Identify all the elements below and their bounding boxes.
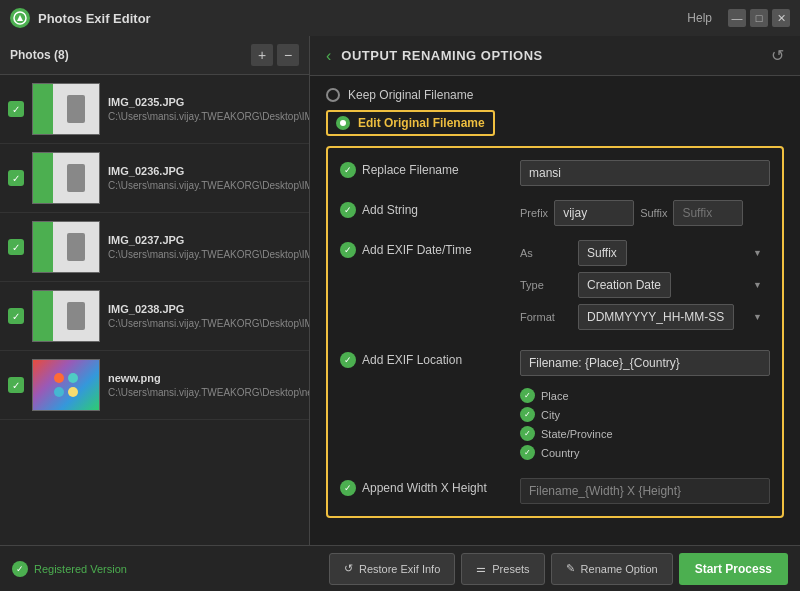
state-check: ✓: [520, 426, 535, 441]
append-wh-input: [520, 478, 770, 504]
rename-option-button[interactable]: ✎ Rename Option: [551, 553, 673, 585]
back-arrow-icon[interactable]: ‹: [326, 47, 331, 65]
as-select[interactable]: Suffix Prefix: [578, 240, 627, 266]
presets-icon: ⚌: [476, 562, 486, 575]
replace-filename-row: ✓ Replace Filename: [340, 160, 770, 186]
main-layout: Photos (8) + − ✓ IMG_0235.JPG C:\Users\m…: [0, 36, 800, 545]
help-button[interactable]: Help: [687, 11, 712, 25]
edit-original-box[interactable]: Edit Original Filename: [326, 110, 495, 136]
photo-thumbnail-color: [32, 359, 100, 411]
exif-location-input[interactable]: [520, 350, 770, 376]
keep-original-label: Keep Original Filename: [348, 88, 473, 102]
maximize-button[interactable]: □: [750, 9, 768, 27]
location-country: ✓ Country: [520, 445, 770, 460]
prefix-label: Prefix: [520, 207, 548, 219]
presets-button[interactable]: ⚌ Presets: [461, 553, 544, 585]
add-exif-datetime-label: Add EXIF Date/Time: [362, 243, 472, 257]
photo-path: C:\Users\mansi.vijay.TWEAKORG\Desktop\IM…: [108, 110, 309, 123]
add-exif-location-right: ✓ Place ✓ City ✓ State/Province: [520, 350, 770, 464]
list-item[interactable]: ✓ IMG_0236.JPG C:\Users\mansi.vijay.TWEA…: [0, 144, 309, 213]
list-item[interactable]: ✓ neww.png C:\Users\mansi.vijay.TWEAKORG…: [0, 351, 309, 420]
photo-name: IMG_0237.JPG: [108, 234, 309, 246]
keep-original-radio[interactable]: [326, 88, 340, 102]
presets-label: Presets: [492, 563, 529, 575]
add-exif-location-label: Add EXIF Location: [362, 353, 462, 367]
photo-thumbnail: [32, 83, 100, 135]
registered-check: ✓: [12, 561, 28, 577]
edit-original-radio[interactable]: [336, 116, 350, 130]
add-exif-datetime-check: ✓: [340, 242, 356, 258]
add-exif-datetime-row: ✓ Add EXIF Date/Time As Suffix Prefix: [340, 240, 770, 336]
minimize-button[interactable]: —: [728, 9, 746, 27]
photo-name: IMG_0238.JPG: [108, 303, 309, 315]
replace-filename-input[interactable]: [520, 160, 770, 186]
replace-filename-check: ✓: [340, 162, 356, 178]
photo-check: ✓: [8, 170, 24, 186]
format-row: Format DDMMYYYY_HH-MM-SS YYYYMMDD_HH-MM-…: [520, 304, 770, 330]
left-header-buttons: + −: [251, 44, 299, 66]
options-container: ✓ Replace Filename ✓ Add String: [326, 146, 784, 518]
photo-info: IMG_0237.JPG C:\Users\mansi.vijay.TWEAKO…: [108, 234, 309, 261]
list-item[interactable]: ✓ IMG_0237.JPG C:\Users\mansi.vijay.TWEA…: [0, 213, 309, 282]
add-string-label: Add String: [362, 203, 418, 217]
location-place: ✓ Place: [520, 388, 770, 403]
append-wh-left: ✓ Append Width X Height: [340, 478, 520, 496]
registered-label: Registered Version: [34, 563, 127, 575]
photos-count: Photos (8): [10, 48, 69, 62]
country-check: ✓: [520, 445, 535, 460]
country-label: Country: [541, 447, 580, 459]
as-label: As: [520, 247, 570, 259]
start-label: Start Process: [695, 562, 772, 576]
close-button[interactable]: ✕: [772, 9, 790, 27]
app-icon: [10, 8, 30, 28]
prefix-input[interactable]: [554, 200, 634, 226]
add-exif-location-check: ✓: [340, 352, 356, 368]
format-select[interactable]: DDMMYYYY_HH-MM-SS YYYYMMDD_HH-MM-SS: [578, 304, 734, 330]
left-header: Photos (8) + −: [0, 36, 309, 75]
add-photo-button[interactable]: +: [251, 44, 273, 66]
svg-point-2: [68, 373, 78, 383]
refresh-icon[interactable]: ↺: [771, 46, 784, 65]
add-string-right: Prefix Suffix: [520, 200, 770, 226]
photo-name: neww.png: [108, 372, 309, 384]
as-row: As Suffix Prefix: [520, 240, 770, 266]
rename-icon: ✎: [566, 562, 575, 575]
photo-thumbnail: [32, 152, 100, 204]
restore-exif-button[interactable]: ↺ Restore Exif Info: [329, 553, 455, 585]
place-check: ✓: [520, 388, 535, 403]
city-label: City: [541, 409, 560, 421]
list-item[interactable]: ✓ IMG_0235.JPG C:\Users\mansi.vijay.TWEA…: [0, 75, 309, 144]
prefix-suffix-row: Prefix Suffix: [520, 200, 770, 226]
photo-path: C:\Users\mansi.vijay.TWEAKORG\Desktop\IM…: [108, 248, 309, 261]
bottom-left: ✓ Registered Version: [12, 561, 127, 577]
type-select[interactable]: Creation Date Modified Date: [578, 272, 671, 298]
start-process-button[interactable]: Start Process: [679, 553, 788, 585]
suffix-input[interactable]: [673, 200, 743, 226]
photo-path: C:\Users\mansi.vijay.TWEAKORG\Desktop\IM…: [108, 317, 309, 330]
edit-original-label: Edit Original Filename: [358, 116, 485, 130]
suffix-label: Suffix: [640, 207, 667, 219]
remove-photo-button[interactable]: −: [277, 44, 299, 66]
format-select-wrapper: DDMMYYYY_HH-MM-SS YYYYMMDD_HH-MM-SS: [578, 304, 770, 330]
photo-info: neww.png C:\Users\mansi.vijay.TWEAKORG\D…: [108, 372, 309, 399]
restore-icon: ↺: [344, 562, 353, 575]
app-title: Photos Exif Editor: [38, 11, 679, 26]
place-label: Place: [541, 390, 569, 402]
add-string-row: ✓ Add String Prefix Suffix: [340, 200, 770, 226]
right-content: Keep Original Filename Edit Original Fil…: [310, 76, 800, 545]
location-sub: ✓ Place ✓ City ✓ State/Province: [520, 388, 770, 460]
as-select-wrapper: Suffix Prefix: [578, 240, 770, 266]
keep-original-row[interactable]: Keep Original Filename: [326, 88, 784, 102]
add-string-left: ✓ Add String: [340, 200, 520, 218]
add-exif-datetime-right: As Suffix Prefix Type: [520, 240, 770, 336]
replace-filename-right: [520, 160, 770, 186]
list-item[interactable]: ✓ IMG_0238.JPG C:\Users\mansi.vijay.TWEA…: [0, 282, 309, 351]
photo-info: IMG_0238.JPG C:\Users\mansi.vijay.TWEAKO…: [108, 303, 309, 330]
titlebar: Photos Exif Editor Help — □ ✕: [0, 0, 800, 36]
right-header: ‹ OUTPUT RENAMING OPTIONS ↺: [310, 36, 800, 76]
bottom-buttons: ↺ Restore Exif Info ⚌ Presets ✎ Rename O…: [329, 553, 788, 585]
bottom-bar: ✓ Registered Version ↺ Restore Exif Info…: [0, 545, 800, 591]
add-exif-datetime-left: ✓ Add EXIF Date/Time: [340, 240, 520, 258]
add-exif-location-left: ✓ Add EXIF Location: [340, 350, 520, 368]
svg-point-4: [68, 387, 78, 397]
